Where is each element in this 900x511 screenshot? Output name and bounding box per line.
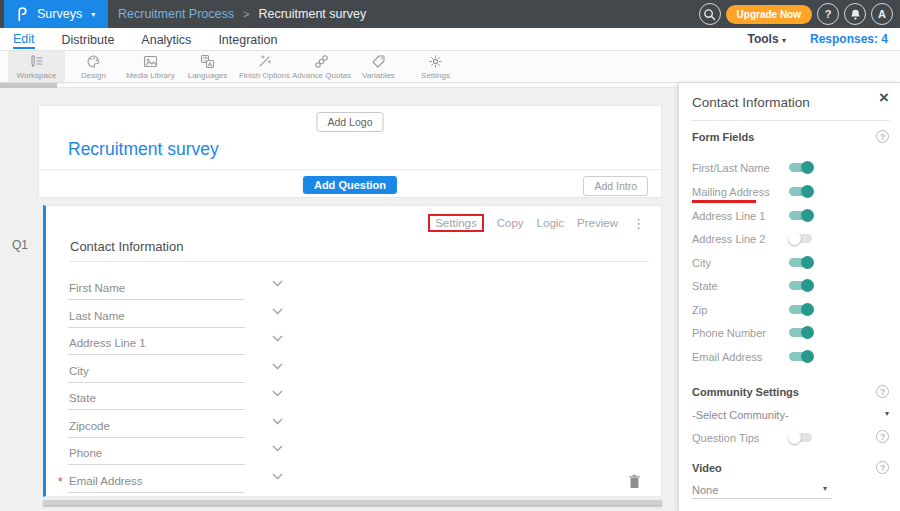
chevron-down-icon[interactable] bbox=[272, 466, 283, 484]
toolbar-item-workspace[interactable]: Workspace bbox=[8, 51, 65, 82]
help-button[interactable]: ? bbox=[817, 3, 839, 25]
horizontal-scrollbar-top[interactable] bbox=[0, 83, 678, 88]
contact-field-first-name[interactable]: First Name bbox=[68, 274, 245, 300]
responses-link[interactable]: Responses: 4 bbox=[810, 32, 888, 46]
breadcrumb-folder[interactable]: Recruitment Process bbox=[118, 7, 234, 21]
toolbar-item-label: Workspace bbox=[17, 71, 57, 80]
help-icon[interactable]: ? bbox=[876, 385, 889, 398]
add-question-button[interactable]: Add Question bbox=[303, 176, 397, 194]
contact-field-phone[interactable]: Phone bbox=[68, 439, 245, 465]
delete-question-button[interactable] bbox=[628, 474, 641, 492]
bell-icon bbox=[849, 8, 862, 21]
toolbar-item-media-library[interactable]: Media Library bbox=[122, 51, 179, 82]
help-icon[interactable]: ? bbox=[876, 461, 889, 474]
toggle-knob bbox=[801, 326, 814, 339]
toolbar-item-design[interactable]: Design bbox=[65, 51, 122, 82]
toggle-row-state: State bbox=[692, 280, 888, 294]
field-label: Last Name bbox=[69, 310, 125, 322]
toggle-question-tips[interactable] bbox=[789, 433, 812, 442]
toolbar-item-finish-options[interactable]: Finish Options bbox=[236, 51, 293, 82]
kebab-menu-icon[interactable]: ⋮ bbox=[632, 216, 645, 231]
toggle-phone-number[interactable] bbox=[789, 328, 812, 337]
toggle-row-address-line-1: Address Line 1 bbox=[692, 210, 888, 224]
question-title[interactable]: Contact Information bbox=[70, 239, 183, 254]
advance-quotas-icon bbox=[314, 54, 329, 69]
horizontal-scrollbar-bottom[interactable] bbox=[43, 500, 662, 506]
video-heading: Video bbox=[692, 462, 722, 474]
avatar[interactable]: A bbox=[871, 3, 893, 25]
question-preview-button[interactable]: Preview bbox=[577, 217, 618, 229]
toggle-label: City bbox=[692, 257, 711, 269]
questionpro-app: Surveys ▾ Recruitment Process > Recruitm… bbox=[0, 0, 900, 511]
chevron-down-icon[interactable] bbox=[272, 383, 283, 401]
chevron-down-icon[interactable] bbox=[272, 328, 283, 346]
add-logo-button[interactable]: Add Logo bbox=[317, 112, 384, 132]
toggle-email-address[interactable] bbox=[789, 352, 812, 361]
toggle-knob bbox=[801, 161, 814, 174]
question-copy-button[interactable]: Copy bbox=[497, 217, 524, 229]
tab-distribute[interactable]: Distribute bbox=[62, 31, 115, 48]
chevron-down-icon[interactable] bbox=[272, 301, 283, 319]
question-logic-button[interactable]: Logic bbox=[537, 217, 565, 229]
question-card: Settings Copy Logic Preview ⋮ Contact In… bbox=[43, 205, 662, 497]
toolbar-item-variables[interactable]: Variables bbox=[350, 51, 407, 82]
toolbar-item-advance-quotas[interactable]: Advance Quotas bbox=[293, 51, 350, 82]
toggle-label: Mailing Address bbox=[692, 186, 770, 198]
contact-field-address-line-1[interactable]: Address Line 1 bbox=[68, 329, 245, 355]
annotation-underline bbox=[692, 200, 756, 203]
add-intro-button[interactable]: Add Intro bbox=[583, 176, 648, 196]
toolbar-item-settings[interactable]: Settings bbox=[407, 51, 464, 82]
field-label: Zipcode bbox=[69, 420, 110, 432]
contact-field-state[interactable]: State bbox=[68, 384, 245, 410]
close-icon[interactable]: × bbox=[879, 89, 889, 106]
select-underline bbox=[692, 498, 832, 499]
toggle-knob bbox=[788, 232, 801, 245]
breadcrumb: Recruitment Process > Recruitment survey bbox=[118, 0, 366, 28]
contact-field-zipcode[interactable]: Zipcode bbox=[68, 412, 245, 438]
chevron-down-icon[interactable] bbox=[272, 356, 283, 374]
toggle-mailing-address[interactable] bbox=[789, 187, 812, 196]
tools-menu[interactable]: Tools ▾ bbox=[748, 32, 786, 46]
required-marker: * bbox=[58, 475, 63, 489]
toggle-address-line-1[interactable] bbox=[789, 211, 812, 220]
toggle-zip[interactable] bbox=[789, 305, 812, 314]
toggle-row-email-address: Email Address bbox=[692, 351, 888, 365]
chevron-down-icon[interactable]: ▾ bbox=[885, 409, 889, 418]
finish-options-icon bbox=[257, 54, 272, 69]
chevron-down-icon[interactable] bbox=[272, 438, 283, 456]
field-label: Email Address bbox=[69, 475, 143, 487]
field-label: Phone bbox=[69, 447, 102, 459]
chevron-down-icon[interactable] bbox=[272, 411, 283, 429]
contact-field-email-address[interactable]: * Email Address bbox=[68, 467, 245, 493]
chevron-down-icon[interactable]: ▾ bbox=[823, 484, 827, 493]
notifications-button[interactable] bbox=[844, 3, 866, 25]
toggle-state[interactable] bbox=[789, 281, 812, 290]
contact-field-last-name[interactable]: Last Name bbox=[68, 302, 245, 328]
toggle-row-question-tips: Question Tips bbox=[692, 432, 888, 446]
contact-field-city[interactable]: City bbox=[68, 357, 245, 383]
toggle-knob bbox=[801, 185, 814, 198]
help-icon[interactable]: ? bbox=[876, 430, 889, 443]
question-settings-button[interactable]: Settings bbox=[428, 214, 484, 232]
toggle-address-line-2[interactable] bbox=[789, 234, 812, 243]
settings-icon bbox=[428, 54, 443, 69]
tab-edit[interactable]: Edit bbox=[13, 30, 35, 49]
toggle-city[interactable] bbox=[789, 258, 812, 267]
community-select[interactable]: -Select Community- bbox=[692, 409, 789, 421]
tab-analytics[interactable]: Analytics bbox=[141, 31, 191, 48]
video-select[interactable]: None bbox=[692, 484, 718, 496]
toolbar-item-languages[interactable]: Languages bbox=[179, 51, 236, 82]
scrollbar-thumb[interactable] bbox=[0, 83, 57, 88]
toolbar-item-label: Languages bbox=[188, 71, 228, 80]
product-menu-label: Surveys bbox=[37, 7, 82, 21]
search-button[interactable] bbox=[699, 3, 721, 25]
toggle-label: Phone Number bbox=[692, 327, 766, 339]
product-switcher[interactable]: Surveys ▾ bbox=[4, 0, 108, 28]
chevron-down-icon[interactable] bbox=[272, 273, 283, 291]
upgrade-button[interactable]: Upgrade Now bbox=[726, 5, 812, 24]
tab-integration[interactable]: Integration bbox=[218, 31, 277, 48]
toggle-first-last-name[interactable] bbox=[789, 163, 812, 172]
survey-title[interactable]: Recruitment survey bbox=[68, 139, 219, 160]
help-icon[interactable]: ? bbox=[876, 130, 889, 143]
breadcrumb-separator-icon: > bbox=[243, 8, 249, 20]
